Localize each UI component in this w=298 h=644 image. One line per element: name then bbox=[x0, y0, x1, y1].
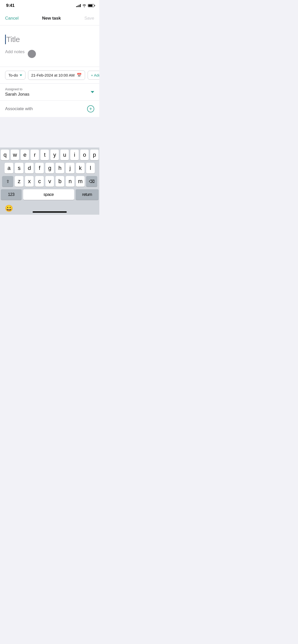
return-key[interactable]: return bbox=[76, 189, 99, 200]
key-g[interactable]: g bbox=[45, 163, 54, 173]
numbers-key[interactable]: 123 bbox=[1, 189, 22, 200]
key-m[interactable]: m bbox=[76, 176, 85, 187]
shift-key[interactable]: ⇧ bbox=[2, 176, 13, 187]
key-a[interactable]: a bbox=[5, 163, 13, 173]
wifi-icon bbox=[82, 4, 86, 7]
associate-with-section[interactable]: Associate with bbox=[0, 100, 99, 117]
keyboard-row-2: a s d f g h j k l bbox=[1, 163, 99, 173]
keyboard-row-1: q w e r t y u i o p bbox=[1, 150, 99, 160]
key-f[interactable]: f bbox=[35, 163, 44, 173]
key-e[interactable]: e bbox=[21, 150, 29, 160]
voice-input-button[interactable] bbox=[28, 50, 36, 58]
task-type-button[interactable]: To-do bbox=[5, 71, 25, 80]
status-bar: 9:41 bbox=[0, 0, 99, 11]
key-p[interactable]: p bbox=[90, 150, 99, 160]
assigned-chevron-icon bbox=[91, 91, 94, 93]
empty-space bbox=[0, 117, 99, 137]
key-b[interactable]: b bbox=[56, 176, 64, 187]
space-key[interactable]: space bbox=[23, 189, 74, 200]
task-type-label: To-do bbox=[8, 73, 18, 77]
keyboard-row-3: ⇧ z x c v b n m ⌫ bbox=[1, 176, 99, 187]
associate-with-label: Associate with bbox=[5, 106, 33, 111]
key-c[interactable]: c bbox=[35, 176, 44, 187]
key-y[interactable]: y bbox=[50, 150, 59, 160]
key-z[interactable]: z bbox=[15, 176, 23, 187]
due-date-button[interactable]: 21-Feb-2024 at 10:00 AM 📅 bbox=[28, 70, 85, 80]
add-label: + Add bbox=[91, 73, 99, 77]
associate-add-button[interactable] bbox=[87, 105, 94, 112]
notes-area[interactable]: Add notes bbox=[5, 46, 94, 67]
status-time: 9:41 bbox=[6, 3, 15, 8]
key-i[interactable]: i bbox=[70, 150, 79, 160]
status-icons bbox=[76, 4, 94, 7]
key-t[interactable]: t bbox=[40, 150, 49, 160]
title-placeholder: Title bbox=[6, 35, 20, 44]
calendar-icon: 📅 bbox=[77, 73, 82, 78]
form-content: Title Add notes bbox=[0, 25, 99, 67]
add-button[interactable]: + Add bbox=[88, 71, 99, 80]
key-w[interactable]: w bbox=[11, 150, 19, 160]
assigned-to-name: Sarah Jonas bbox=[5, 92, 29, 97]
keyboard-bottom-bar: 😀 bbox=[0, 202, 99, 215]
key-u[interactable]: u bbox=[60, 150, 69, 160]
keyboard-row-4: 123 space return bbox=[1, 189, 99, 200]
page-title: New task bbox=[42, 16, 61, 21]
text-cursor bbox=[5, 35, 6, 44]
key-o[interactable]: o bbox=[80, 150, 89, 160]
assigned-to-label: Assigned to bbox=[5, 87, 29, 91]
key-j[interactable]: j bbox=[66, 163, 74, 173]
backspace-key[interactable]: ⌫ bbox=[86, 176, 97, 187]
home-indicator bbox=[33, 211, 67, 213]
keyboard: q w e r t y u i o p a s d f g h j k l ⇧ … bbox=[0, 148, 99, 215]
signal-icon bbox=[76, 4, 81, 7]
emoji-button[interactable]: 😀 bbox=[4, 203, 14, 213]
key-h[interactable]: h bbox=[56, 163, 64, 173]
key-n[interactable]: n bbox=[66, 176, 74, 187]
nav-bar: Cancel New task Save bbox=[0, 11, 99, 25]
key-d[interactable]: d bbox=[25, 163, 34, 173]
key-k[interactable]: k bbox=[76, 163, 85, 173]
cancel-button[interactable]: Cancel bbox=[5, 16, 19, 21]
key-s[interactable]: s bbox=[15, 163, 23, 173]
key-x[interactable]: x bbox=[25, 176, 34, 187]
key-q[interactable]: q bbox=[1, 150, 9, 160]
chevron-down-icon bbox=[20, 75, 22, 76]
notes-placeholder: Add notes bbox=[5, 49, 25, 54]
key-l[interactable]: l bbox=[86, 163, 95, 173]
key-r[interactable]: r bbox=[31, 150, 39, 160]
title-input-area[interactable]: Title bbox=[5, 31, 94, 46]
save-button[interactable]: Save bbox=[84, 16, 94, 21]
battery-icon bbox=[88, 4, 94, 7]
assigned-to-section[interactable]: Assigned to Sarah Jonas bbox=[0, 83, 99, 100]
key-v[interactable]: v bbox=[45, 176, 54, 187]
date-label: 21-Feb-2024 at 10:00 AM bbox=[31, 73, 75, 77]
task-options-row: To-do 21-Feb-2024 at 10:00 AM 📅 + Add bbox=[0, 67, 99, 83]
